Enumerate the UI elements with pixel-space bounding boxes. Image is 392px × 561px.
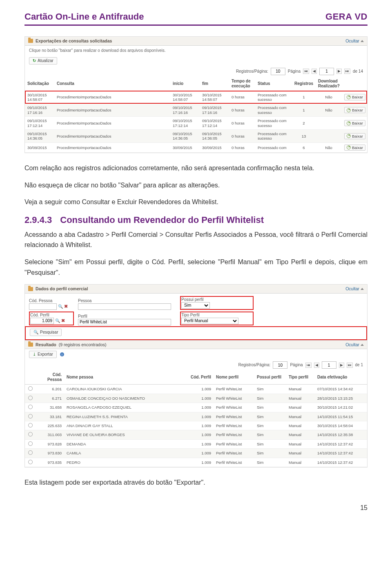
paragraph: Não esqueça de clicar no botão "Salvar" …	[24, 180, 368, 191]
label-perfil: Perfil	[78, 314, 176, 319]
col-registros[interactable]: Registros	[292, 77, 316, 91]
table-row[interactable]: 30/09/2015 ProcedimentoImportacaoDados 3…	[25, 142, 367, 152]
table-row[interactable]: 311.003 VIVIANE DE OLIVEIRA BORGES 1.009…	[25, 430, 367, 439]
search-icon[interactable]: 🔍	[58, 304, 63, 309]
paragraph: Com relação aos registros adicionados co…	[24, 163, 368, 174]
folder-icon	[28, 343, 33, 347]
hide-button[interactable]: Ocultar	[345, 286, 364, 292]
result-table: Cód. Pessoa Nome pessoa Cód. Perfil Nome…	[25, 370, 367, 467]
rpp-input[interactable]	[271, 68, 285, 75]
col-nome-perfil[interactable]: Nome perfil	[214, 370, 254, 385]
download-button[interactable]: Baixar	[344, 133, 365, 139]
paragraph: Esta listagem pode ser exportada através…	[24, 477, 368, 488]
page-number: 15	[24, 504, 368, 512]
col-nome-pessoa[interactable]: Nome pessoa	[64, 370, 187, 385]
page-input[interactable]	[322, 361, 336, 369]
label-pessoa: Pessoa	[78, 298, 176, 303]
page-next[interactable]: ▶	[336, 69, 342, 74]
label-cod-pessoa: Cód. Pessoa	[29, 298, 74, 303]
refresh-button[interactable]: ↻ Atualizar	[29, 57, 57, 65]
table-row[interactable]: 09/10/2015 17:16:16 ProcedimentoImportac…	[25, 104, 367, 117]
page-prev[interactable]: ◀	[314, 363, 319, 368]
col-possui[interactable]: Possui perfil	[254, 370, 286, 385]
label-tipo: Tipo Perfil	[181, 313, 252, 318]
cod-pessoa-input[interactable]	[29, 303, 57, 310]
header-title: Cartão On-Line e Antifraude	[24, 11, 144, 22]
col-select	[25, 370, 36, 385]
page-last[interactable]: ⏭	[347, 363, 353, 368]
row-radio[interactable]	[28, 414, 33, 419]
rpp-input[interactable]	[273, 361, 287, 369]
export-icon: ⤓	[33, 352, 36, 357]
hide-button[interactable]: Ocultar	[345, 342, 364, 347]
row-radio[interactable]	[28, 460, 33, 464]
col-fim[interactable]: fim	[200, 77, 229, 91]
refresh-icon: ↻	[33, 58, 36, 63]
table-row[interactable]: 09/10/2015 14:36:05 ProcedimentoImportac…	[25, 129, 367, 142]
row-radio[interactable]	[28, 396, 33, 400]
search-button[interactable]: 🔍 Pesquisar	[30, 329, 62, 336]
table-row[interactable]: 225.633 ANA DINACIR GAY STALL 1.009 Perf…	[25, 421, 367, 430]
hide-button[interactable]: Ocultar	[345, 38, 364, 44]
row-radio[interactable]	[28, 441, 33, 446]
pager-result: Registros/Página: Página ⏮ ◀ ▶ ⏭ de 1	[25, 360, 367, 370]
col-tipo[interactable]: Tipo perfil	[286, 370, 315, 385]
panel-title: Dados do perfil comercial	[36, 286, 88, 292]
col-solicitacao[interactable]: Solicitação	[25, 77, 54, 91]
search-icon[interactable]: 🔍	[55, 318, 60, 323]
col-data[interactable]: Data efetivação	[315, 370, 367, 385]
col-inicio[interactable]: início	[170, 77, 200, 91]
result-count: (9 registros encontrados)	[59, 342, 107, 347]
row-radio[interactable]	[28, 450, 33, 455]
col-cod-perfil[interactable]: Cód. Perfil	[187, 370, 214, 385]
export-table: Solicitação Consulta início fim Tempo de…	[25, 77, 367, 153]
hint-text: Clique no botão "baixar" para realizar o…	[25, 46, 367, 56]
col-cod-pessoa[interactable]: Cód. Pessoa	[36, 370, 64, 385]
row-radio[interactable]	[28, 423, 33, 427]
table-row[interactable]: 6.271 OSMAILDE CONCEIÇAO DO NASCIMENTO 1…	[25, 394, 367, 403]
col-download[interactable]: Download Realizado?	[316, 77, 342, 91]
col-consulta[interactable]: Consulta	[54, 77, 170, 91]
table-row[interactable]: 30/10/2015 14:58:07 ProcedimentoImportac…	[25, 91, 367, 104]
perfil-input[interactable]	[78, 319, 171, 325]
download-icon	[347, 145, 351, 149]
clear-icon[interactable]: ✖	[64, 304, 68, 309]
table-row[interactable]: 973.830 CAMILA 1.009 Perfil WhiteList Si…	[25, 449, 367, 458]
download-button[interactable]: Baixar	[344, 145, 365, 151]
col-tempo[interactable]: Tempo de execução	[229, 77, 255, 91]
row-radio[interactable]	[28, 432, 33, 436]
col-action	[342, 77, 367, 91]
page-prev[interactable]: ◀	[312, 69, 317, 74]
possui-select[interactable]: Sim	[181, 302, 210, 309]
page-first[interactable]: ⏮	[303, 69, 309, 74]
row-radio[interactable]	[28, 386, 33, 391]
table-row[interactable]: 09/10/2015 17:12:14 ProcedimentoImportac…	[25, 117, 367, 130]
folder-icon	[28, 39, 33, 43]
table-row[interactable]: 6.201 CAROLINA IOUKOSKI GARCIA 1.009 Per…	[25, 385, 367, 394]
table-row[interactable]: 973.835 PEDRO 1.009 Perfil WhiteList Sim…	[25, 458, 367, 467]
pessoa-input[interactable]	[78, 303, 171, 310]
table-row[interactable]: 31.658 ROSANGELA CARDOSO EZEQUIEL 1.009 …	[25, 403, 367, 412]
info-icon[interactable]: i	[60, 352, 64, 356]
page-first[interactable]: ⏮	[305, 363, 312, 368]
download-button[interactable]: Baixar	[344, 94, 365, 100]
paragraph: Selecione "Sim" em Possui perfil, digite…	[24, 257, 368, 278]
tipo-select[interactable]: Perfil Manual	[181, 318, 238, 324]
page-input[interactable]	[319, 68, 334, 75]
download-icon	[347, 95, 351, 99]
page-last[interactable]: ⏭	[344, 69, 350, 74]
col-status[interactable]: Status	[255, 77, 292, 91]
cod-perfil-input[interactable]	[30, 318, 54, 324]
section-heading: 2.9.4.3 Consultando um Revendedor do Per…	[24, 215, 368, 225]
clear-icon[interactable]: ✖	[61, 318, 65, 323]
table-row[interactable]: 973.828 DEMANDA 1.009 Perfil WhiteList S…	[25, 439, 367, 448]
row-radio[interactable]	[28, 405, 33, 409]
export-button[interactable]: ⤓ Exportar	[29, 351, 57, 358]
download-button[interactable]: Baixar	[344, 107, 365, 113]
page-next[interactable]: ▶	[339, 363, 344, 368]
table-row[interactable]: 33.181 REGINA LUZINETH S.S. PIMENTA 1.00…	[25, 412, 367, 421]
brand: GERA VD	[325, 11, 368, 22]
download-button[interactable]: Baixar	[344, 120, 365, 126]
label-possui: Possui perfil	[181, 297, 252, 302]
page-header: Cartão On-Line e Antifraude GERA VD	[24, 11, 368, 26]
